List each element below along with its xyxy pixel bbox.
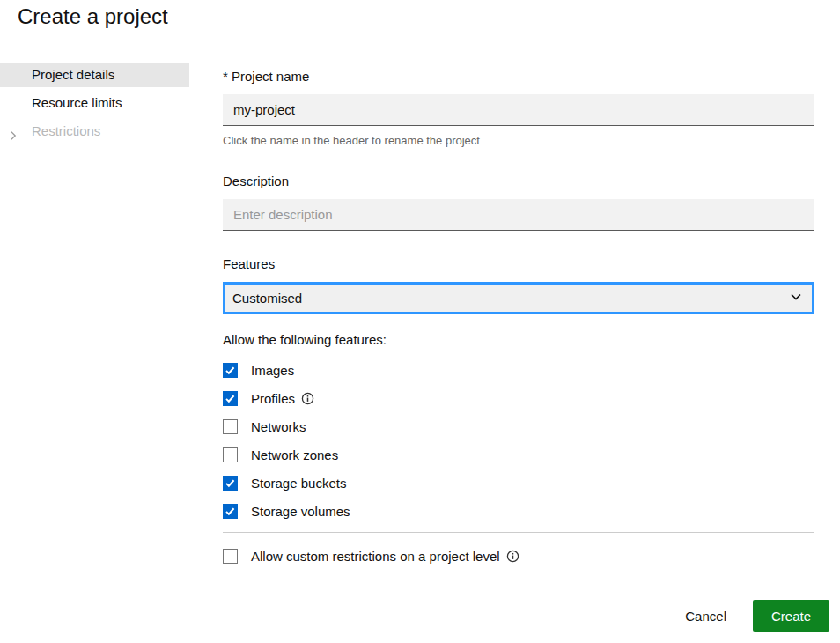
project-name-help: Click the name in the header to rename t… <box>223 133 814 149</box>
project-name-input[interactable] <box>223 94 814 126</box>
description-field: Description <box>223 173 814 231</box>
networks-checkbox[interactable] <box>223 419 238 434</box>
info-icon[interactable] <box>301 392 314 405</box>
feature-row-storage-buckets: Storage buckets <box>223 472 814 493</box>
sidebar-item-label: Project details <box>32 67 114 82</box>
sidebar-item-label: Resource limits <box>32 95 122 110</box>
custom-restrictions-checkbox[interactable] <box>223 549 238 564</box>
profiles-checkbox[interactable] <box>223 391 238 406</box>
project-name-field: * Project name Click the name in the hea… <box>223 68 814 149</box>
network-zones-checkbox[interactable] <box>223 447 238 462</box>
checkbox-label: Storage buckets <box>251 476 346 491</box>
project-name-label: * Project name <box>223 68 814 85</box>
checkbox-label: Allow custom restrictions on a project l… <box>251 549 500 564</box>
chevron-right-icon <box>7 125 19 137</box>
info-icon[interactable] <box>506 550 519 563</box>
page-title: Create a project <box>0 0 840 30</box>
checkbox-label: Storage volumes <box>251 504 350 519</box>
storage-volumes-checkbox[interactable] <box>223 504 238 519</box>
features-select[interactable]: Customised <box>223 282 814 314</box>
custom-restrictions-row: Allow custom restrictions on a project l… <box>223 545 814 566</box>
sidebar-item-label: Restrictions <box>32 123 100 138</box>
checkbox-label: Network zones <box>251 447 338 462</box>
checkbox-label: Networks <box>251 419 306 434</box>
cancel-button[interactable]: Cancel <box>685 609 726 624</box>
modal-footer: Cancel Create <box>0 600 840 632</box>
feature-row-network-zones: Network zones <box>223 444 814 465</box>
storage-buckets-checkbox[interactable] <box>223 476 238 491</box>
sidebar-item-resource-limits[interactable]: Resource limits <box>0 91 189 115</box>
feature-row-images: Images <box>223 359 814 381</box>
features-label: Features <box>223 255 814 273</box>
description-label: Description <box>223 173 814 190</box>
chevron-down-icon <box>789 290 803 307</box>
features-group-heading: Allow the following features: <box>223 331 814 349</box>
checkbox-label: Images <box>251 363 294 378</box>
feature-row-profiles: Profiles <box>223 388 814 409</box>
form-sidebar: Project details Resource limits Restrict… <box>0 63 189 573</box>
project-form: * Project name Click the name in the hea… <box>223 63 814 573</box>
feature-row-storage-volumes: Storage volumes <box>223 500 814 521</box>
create-button[interactable]: Create <box>753 600 829 632</box>
feature-row-networks: Networks <box>223 416 814 437</box>
images-checkbox[interactable] <box>223 363 238 378</box>
modal-body: Project details Resource limits Restrict… <box>0 63 840 573</box>
features-select-value: Customised <box>232 291 302 306</box>
sidebar-item-restrictions[interactable]: Restrictions <box>0 119 189 144</box>
sidebar-item-project-details[interactable]: Project details <box>0 63 189 87</box>
divider <box>223 532 814 533</box>
description-input[interactable] <box>223 199 814 231</box>
checkbox-label: Profiles <box>251 391 295 406</box>
